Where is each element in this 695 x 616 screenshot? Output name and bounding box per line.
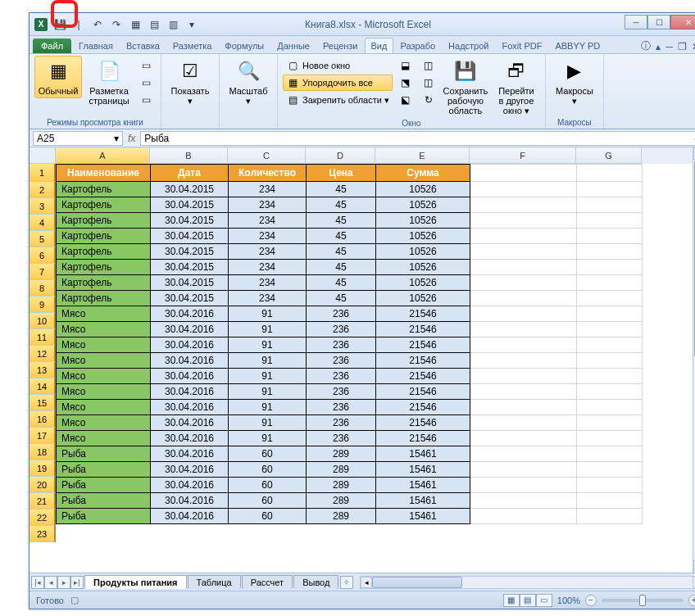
cell[interactable]: [470, 384, 577, 400]
cell[interactable]: 15461: [376, 509, 470, 524]
cell[interactable]: 30.04.2016: [151, 415, 229, 431]
tab-foxit pdf[interactable]: Foxit PDF: [496, 38, 549, 53]
cell[interactable]: 234: [229, 260, 307, 275]
cell[interactable]: 30.04.2016: [151, 337, 229, 353]
row-header-3[interactable]: 3: [30, 198, 56, 215]
cell[interactable]: 30.04.2016: [151, 509, 229, 524]
cell[interactable]: 234: [229, 213, 307, 229]
cell[interactable]: [577, 493, 643, 509]
cell[interactable]: Мясо: [57, 400, 151, 415]
qat-item-4[interactable]: ▦: [127, 16, 143, 33]
cell[interactable]: [470, 509, 577, 524]
views-small-3[interactable]: ▭: [136, 92, 156, 108]
row-header-13[interactable]: 13: [30, 362, 56, 378]
cell[interactable]: 60: [229, 493, 307, 509]
cell[interactable]: [577, 509, 643, 524]
table-header[interactable]: Цена: [307, 165, 376, 182]
win-small-1[interactable]: ⬓: [396, 57, 416, 74]
redo-button[interactable]: ↷: [108, 16, 125, 33]
cell[interactable]: [577, 446, 643, 462]
tab-данные[interactable]: Данные: [270, 38, 316, 53]
row-header-4[interactable]: 4: [30, 215, 56, 231]
win-small-2[interactable]: ⬔: [396, 75, 416, 91]
cell[interactable]: 10526: [376, 213, 470, 229]
cell[interactable]: [470, 431, 577, 446]
tab-главная[interactable]: Главная: [72, 38, 120, 53]
cell[interactable]: Мясо: [57, 306, 151, 322]
cell[interactable]: 91: [229, 384, 307, 400]
row-header-15[interactable]: 15: [30, 395, 56, 411]
cell[interactable]: 10526: [376, 260, 470, 275]
cell[interactable]: 30.04.2016: [151, 306, 229, 322]
cell[interactable]: [470, 493, 577, 509]
cell[interactable]: [470, 337, 577, 353]
cell[interactable]: [577, 478, 643, 493]
cell[interactable]: 91: [229, 400, 307, 415]
cell[interactable]: 15461: [376, 462, 470, 478]
cell[interactable]: 30.04.2015: [151, 182, 229, 197]
cell[interactable]: [577, 322, 643, 337]
macro-record-icon[interactable]: ▢: [70, 595, 79, 605]
cell[interactable]: 234: [229, 275, 307, 291]
cell[interactable]: Рыба: [57, 478, 151, 493]
cell[interactable]: 289: [307, 462, 376, 478]
cell[interactable]: 91: [229, 337, 307, 353]
cell[interactable]: 45: [307, 275, 376, 291]
cell[interactable]: 289: [307, 446, 376, 462]
cell[interactable]: [577, 291, 643, 306]
prev-sheet-arrow[interactable]: ◂: [44, 576, 57, 589]
cell[interactable]: Картофель: [57, 182, 151, 197]
cell[interactable]: Рыба: [57, 493, 151, 509]
row-header-6[interactable]: 6: [30, 247, 56, 264]
table-header[interactable]: Количество: [229, 165, 307, 182]
macros-button[interactable]: ▶ Макросы▾: [551, 56, 598, 108]
cell[interactable]: 236: [307, 431, 376, 446]
col-header-A[interactable]: A: [56, 147, 150, 164]
cell[interactable]: 236: [307, 337, 376, 353]
cell[interactable]: [470, 462, 577, 478]
cell[interactable]: 30.04.2016: [151, 462, 229, 478]
cell[interactable]: Картофель: [57, 244, 151, 260]
chevron-down-icon[interactable]: ▾: [114, 133, 119, 144]
doc-minimize-icon[interactable]: ─: [665, 41, 673, 52]
cell[interactable]: [577, 353, 643, 369]
cell[interactable]: 21546: [376, 369, 470, 384]
cell[interactable]: 21546: [376, 306, 470, 322]
cell[interactable]: 30.04.2015: [151, 197, 229, 213]
cell[interactable]: 60: [229, 462, 307, 478]
win-small-3[interactable]: ⬕: [396, 92, 416, 108]
cell[interactable]: [577, 337, 643, 353]
page-layout-status[interactable]: ▤: [520, 594, 536, 607]
cell[interactable]: [577, 431, 643, 446]
cell[interactable]: 30.04.2015: [151, 213, 229, 229]
cell[interactable]: 289: [307, 493, 376, 509]
cell[interactable]: [470, 229, 577, 244]
cell[interactable]: 234: [229, 182, 307, 197]
tab-вид[interactable]: Вид: [365, 38, 394, 53]
cell[interactable]: [577, 415, 643, 431]
row-header-18[interactable]: 18: [30, 444, 56, 460]
tab-abbyy pd[interactable]: ABBYY PD: [548, 38, 606, 53]
horizontal-scrollbar[interactable]: ◂ ▸: [360, 576, 695, 589]
cell[interactable]: 45: [307, 197, 376, 213]
sheet-tab[interactable]: Таблица: [188, 575, 241, 589]
zoom-in-button[interactable]: +: [688, 595, 695, 606]
cell[interactable]: 234: [229, 229, 307, 244]
cell[interactable]: [577, 197, 643, 213]
cell[interactable]: Картофель: [57, 260, 151, 275]
zoom-thumb[interactable]: [639, 595, 646, 606]
cell[interactable]: 30.04.2016: [151, 400, 229, 415]
cell[interactable]: [470, 182, 577, 197]
cell[interactable]: 91: [229, 353, 307, 369]
close-button[interactable]: ✕: [670, 15, 695, 29]
cell[interactable]: [577, 229, 643, 244]
cell[interactable]: [577, 306, 643, 322]
save-button[interactable]: 💾: [52, 16, 68, 33]
cell[interactable]: 30.04.2015: [151, 291, 229, 306]
zoom-out-button[interactable]: −: [585, 595, 597, 606]
cell[interactable]: [470, 260, 577, 275]
cell[interactable]: 236: [307, 322, 376, 337]
zoom-slider[interactable]: [602, 599, 684, 602]
views-small-1[interactable]: ▭: [136, 57, 156, 74]
save-workspace-button[interactable]: 💾 Сохранить рабочую область: [442, 56, 489, 118]
